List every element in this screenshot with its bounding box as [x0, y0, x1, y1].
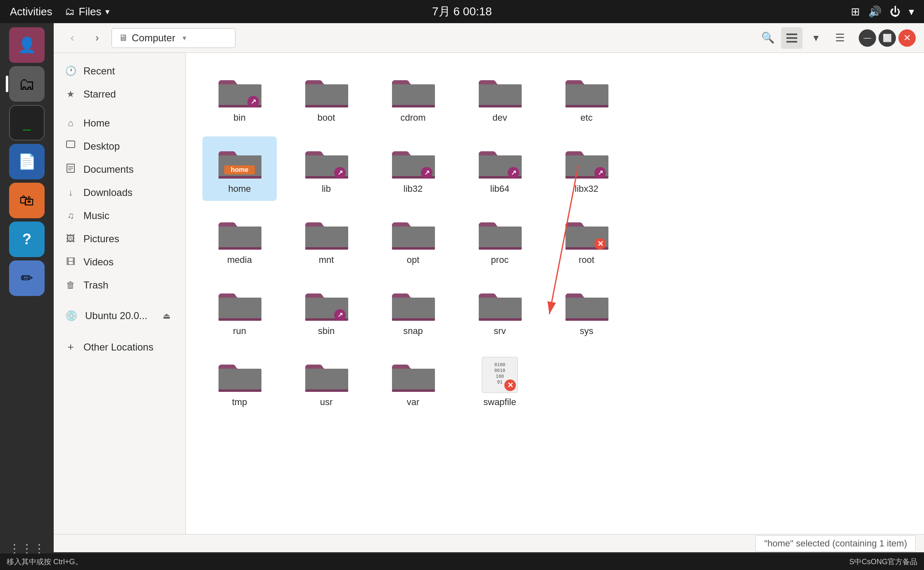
sidebar-item-starred[interactable]: ★ Starred	[54, 83, 185, 106]
file-item-home[interactable]: home home	[202, 136, 277, 201]
back-button[interactable]: ‹	[62, 28, 83, 48]
sidebar-item-other-locations[interactable]: + Other Locations	[54, 335, 185, 359]
file-item-var[interactable]: var	[376, 350, 450, 414]
sidebar-sep-1	[54, 106, 185, 112]
file-item-usr[interactable]: usr	[289, 350, 363, 414]
file-item-cdrom[interactable]: cdrom	[376, 65, 450, 130]
file-item-lib32[interactable]: ↗ lib32	[376, 136, 450, 201]
dock-item-writer[interactable]: 📄	[9, 144, 45, 179]
file-name-boot: boot	[318, 112, 335, 123]
file-name-snap: snap	[403, 326, 423, 336]
file-item-opt[interactable]: opt	[376, 207, 450, 272]
folder-icon-opt	[390, 214, 436, 251]
recent-icon: 🕐	[65, 66, 76, 76]
file-item-tmp[interactable]: tmp	[202, 350, 277, 414]
activities-button[interactable]: Activities	[10, 5, 52, 18]
folder-icon-media	[217, 214, 262, 251]
sidebar-item-recent[interactable]: 🕐 Recent	[54, 60, 185, 83]
svg-text:↗: ↗	[337, 169, 343, 176]
videos-label: Videos	[83, 256, 114, 268]
file-name-media: media	[227, 255, 252, 265]
svg-text:↗: ↗	[598, 169, 603, 176]
dock-item-terminal[interactable]: _	[9, 105, 45, 141]
file-name-dev: dev	[492, 112, 507, 123]
ubuntu-device-icon: 💿	[65, 310, 78, 322]
dock-item-appstore[interactable]: 🛍	[9, 183, 45, 218]
forward-button[interactable]: ›	[87, 28, 107, 48]
system-datetime: 7月 6 00:18	[432, 4, 492, 19]
svg-rect-44	[219, 389, 261, 392]
file-item-boot[interactable]: boot	[289, 65, 363, 130]
file-name-lib32: lib32	[404, 184, 423, 194]
file-item-etc[interactable]: etc	[549, 65, 624, 130]
desktop-label: Desktop	[83, 141, 120, 152]
menu-button[interactable]: ☰	[829, 27, 850, 49]
file-item-libx32[interactable]: ↗ libx32	[549, 136, 624, 201]
close-button[interactable]: ✕	[898, 29, 916, 47]
minimize-button[interactable]: —	[859, 29, 876, 47]
location-dropdown[interactable]: ▾	[183, 33, 186, 43]
volume-icon[interactable]: 🔊	[868, 5, 881, 18]
svg-rect-13	[479, 105, 522, 107]
ubuntu-device-label: Ubuntu 20.0...	[85, 310, 147, 322]
file-item-srv[interactable]: srv	[463, 279, 537, 343]
file-item-mnt[interactable]: mnt	[289, 207, 363, 272]
folder-icon-libx32: ↗	[564, 143, 609, 180]
network-icon[interactable]: ⊞	[851, 5, 860, 18]
sidebar-device-ubuntu[interactable]: 💿 Ubuntu 20.0... ⏏	[54, 303, 185, 329]
file-item-swapfile[interactable]: 0100001010001✕ swapfile	[463, 350, 537, 414]
location-bar[interactable]: 🖥 Computer ▾	[112, 28, 235, 48]
view-options-button[interactable]: ▾	[805, 27, 827, 49]
file-item-root[interactable]: ✕ root	[549, 207, 624, 272]
file-item-snap[interactable]: snap	[376, 279, 450, 343]
file-item-lib[interactable]: ↗ lib	[289, 136, 363, 201]
sidebar-item-trash[interactable]: 🗑 Trash	[54, 274, 185, 297]
dock-item-editor[interactable]: ✏	[9, 260, 45, 296]
app-dropdown-arrow[interactable]: ▾	[105, 7, 109, 17]
bottom-hint: 移入其中或按 Ctrl+G。	[7, 557, 83, 567]
maximize-button[interactable]: ⬜	[879, 29, 896, 47]
sidebar-item-home[interactable]: ⌂ Home	[54, 112, 185, 135]
file-item-lib64[interactable]: ↗ lib64	[463, 136, 537, 201]
other-locations-icon: +	[65, 341, 76, 353]
file-item-sys[interactable]: sys	[549, 279, 624, 343]
dock-avatar[interactable]: 👤	[9, 27, 45, 63]
file-item-proc[interactable]: proc	[463, 207, 537, 272]
bottom-bar: 移入其中或按 Ctrl+G。 S中CsONG官方备品	[0, 553, 924, 570]
sidebar-item-documents[interactable]: Documents	[54, 158, 185, 181]
sidebar-item-downloads[interactable]: ↓ Downloads	[54, 181, 185, 204]
file-item-bin[interactable]: ↗ bin	[202, 65, 277, 130]
toolbar-actions: 🔍 ▾ ☰	[757, 27, 850, 49]
home-label: Home	[83, 117, 110, 129]
sidebar-item-desktop[interactable]: Desktop	[54, 135, 185, 158]
videos-icon: 🎞	[65, 257, 76, 267]
dock-item-files[interactable]: 🗂	[9, 66, 45, 102]
sidebar-item-videos[interactable]: 🎞 Videos	[54, 250, 185, 274]
bottom-watermark: S中CsONG官方备品	[849, 557, 917, 567]
file-name-tmp: tmp	[232, 397, 247, 408]
app-name-label: Files	[79, 5, 102, 18]
starred-label: Starred	[83, 88, 116, 100]
svg-text:0010: 0010	[494, 368, 506, 373]
file-item-dev[interactable]: dev	[463, 65, 537, 130]
file-name-cdrom: cdrom	[400, 112, 425, 123]
system-menu-arrow[interactable]: ▾	[909, 5, 914, 18]
file-item-media[interactable]: media	[202, 207, 277, 272]
folder-icon-snap	[390, 285, 436, 322]
search-button[interactable]: 🔍	[757, 27, 779, 49]
eject-button[interactable]: ⏏	[159, 308, 174, 323]
file-name-home: home	[228, 184, 251, 194]
list-view-button[interactable]	[781, 27, 803, 49]
svg-rect-46	[392, 389, 435, 392]
file-item-sbin[interactable]: ↗ sbin	[289, 279, 363, 343]
sidebar-item-pictures[interactable]: 🖼 Pictures	[54, 227, 185, 250]
folder-icon-mnt	[304, 214, 349, 251]
power-icon[interactable]: ⏻	[890, 5, 900, 18]
location-icon: 🖥	[119, 33, 128, 43]
dock-item-help[interactable]: ?	[9, 222, 45, 257]
app-folder-icon: 🗂	[65, 6, 75, 17]
svg-rect-3	[67, 141, 75, 148]
sidebar-item-music[interactable]: ♫ Music	[54, 204, 185, 227]
svg-rect-2	[786, 41, 797, 43]
file-item-run[interactable]: run	[202, 279, 277, 343]
